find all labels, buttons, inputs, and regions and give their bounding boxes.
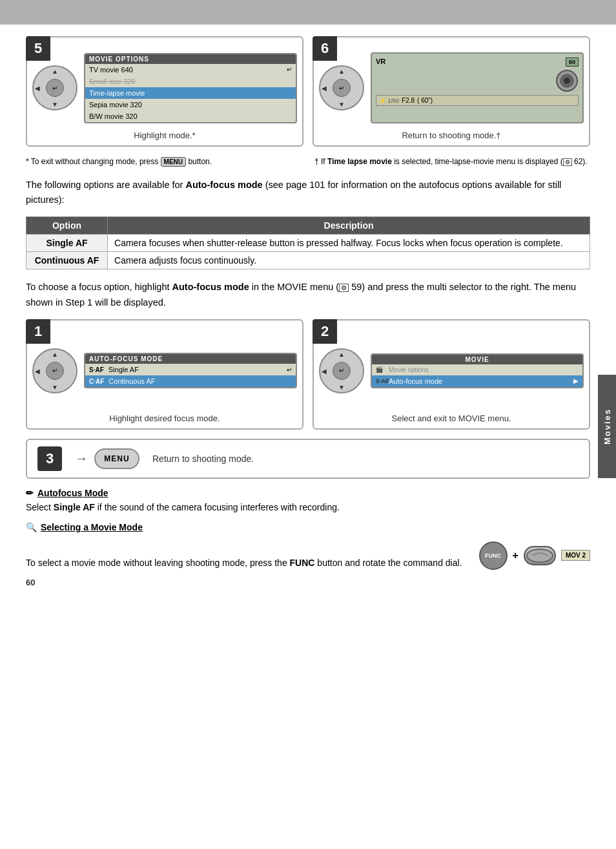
dpad-down-step5: ▼ [52,101,58,108]
note-autofocus-title: ✏ Autofocus Mode [26,488,590,498]
movie-options-menu: MOVIE OPTIONS TV movie 640 ↵ Small size … [84,53,297,123]
movie-options-icon: 🎬 [376,366,389,373]
step-3-box: 3 → MENU Return to shooting mode. [26,439,590,479]
step-1-number: 1 [26,319,50,344]
footnote-dagger-symbol: † [314,157,321,166]
dpad-up-step5: ▲ [52,68,58,75]
note-autofocus-text: Select Single AF if the sound of the cam… [26,501,590,514]
dpad-circle-step2: ▲ ▼ ◀ ↵ [319,348,364,393]
step3-arrow: → [75,451,88,466]
autofocus-mode-menu: AUTO-FOCUS MODE S·AF Single AF ↵ C·AF Co… [84,353,297,388]
dpad-left-step5: ◀ [35,85,40,92]
dpad-down-step2: ▼ [338,384,345,391]
ref-icon: ⚙ [339,284,349,292]
menu-item-small320-label: Small size 320 [89,78,136,85]
dpad-down-step6: ▼ [338,101,345,108]
dpad-left-step1: ◀ [35,367,40,374]
menu-button-step3: MENU [94,448,139,469]
top-steps-row: 5 ▲ ▼ ◀ ↵ MOVIE OPTIONS TV movie 640 [26,36,590,147]
step-2-box: 2 ▲ ▼ ◀ ↵ MOVIE 🎬 Movie options [313,319,590,430]
menu-item-sepia320-label: Sepia movie 320 [89,101,142,109]
table-cell-continuous-af-desc: Camera adjusts focus continuously. [108,252,590,269]
dpad-up-step1: ▲ [52,351,58,358]
menu-item-bw320-label: B/W movie 320 [89,112,138,120]
step-5-box: 5 ▲ ▼ ◀ ↵ MOVIE OPTIONS TV movie 640 [26,36,303,147]
menu-item-bw320: B/W movie 320 [85,110,296,122]
note-autofocus: ✏ Autofocus Mode Select Single AF if the… [26,488,590,514]
camera-mode-time: ( 60") [417,97,433,104]
saf-label: Single AF [108,366,139,373]
func-button-label: FUNC [485,552,501,559]
menu-item-tv640-label: TV movie 640 [89,66,133,74]
step-5-caption: Highlight mode.* [32,131,297,140]
footnotes-row: * To exit without changing mode, press M… [26,156,590,167]
dpad-inner-step6: ↵ [333,79,351,97]
movie-menu-title: MOVIE [372,355,582,364]
footnote-dagger-text: If Time lapse movie is selected, time-la… [321,157,563,166]
footnote-dagger: † If Time lapse movie is selected, time-… [314,156,590,167]
af-mode-label: Auto-focus mode [389,377,573,385]
footnote-star-button: button. [188,157,212,166]
svg-point-3 [527,549,553,562]
movie-menu: MOVIE 🎬 Movie options S·AF Auto-focus mo… [371,353,584,388]
options-table: Option Description Single AF Camera focu… [26,216,590,269]
note-autofocus-icon: ✏ [26,488,34,498]
side-tab-label: Movies [602,408,612,445]
table-header-option: Option [26,217,108,235]
camera-exposure: ⚡ 1/60 [379,98,399,104]
page-number: 60 [26,578,590,587]
menu-item-caf: C·AF Continuous AF [85,375,296,387]
menu-item-saf: S·AF Single AF ↵ [85,364,296,375]
step-2-content: ▲ ▼ ◀ ↵ MOVIE 🎬 Movie options S·AF Auto-… [319,332,584,410]
dpad-step1: ▲ ▼ ◀ ↵ [32,348,77,393]
note-select-movie-title: 🔍 Selecting a Movie Mode [26,522,590,532]
dpad-up-step6: ▲ [338,68,345,75]
note-select-movie-content: To select a movie mode without leaving s… [26,535,590,570]
dpad-circle-step1: ▲ ▼ ◀ ↵ [32,348,77,393]
plus-sign: + [513,550,518,561]
step-5-number: 5 [26,36,50,61]
intro-paragraph: The following options are available for … [26,178,590,207]
page: Movies 5 ▲ ▼ ◀ ↵ MOVIE OPTIONS [0,0,616,849]
menu-item-sepia320: Sepia movie 320 [85,99,296,110]
step-6-content: ▲ ▼ ◀ ↵ VR 60 [319,49,584,127]
step-6-box: 6 ▲ ▼ ◀ ↵ VR 60 [313,36,590,147]
svg-point-2 [564,78,570,84]
dpad-up-step2: ▲ [338,351,345,358]
footnote-star-symbol: * [26,157,31,166]
dial-svg [526,548,554,563]
step-2-caption: Select and exit to MOVIE menu. [319,414,584,423]
menu-item-small320: Small size 320 [85,76,296,87]
choose-paragraph: To choose a focus option, highlight Auto… [26,280,590,309]
note-select-movie-icon: 🔍 [26,522,37,532]
step-1-box: 1 ▲ ▼ ◀ ↵ AUTO-FOCUS MODE S·AF Single AF [26,319,303,430]
footnote-star-text: To exit without changing mode, press [31,157,161,166]
command-dial [524,546,556,565]
dpad-inner-step1: ↵ [46,362,64,380]
menu-item-timelapse-label: Time-lapse movie [89,89,145,97]
step-3-caption: Return to shooting mode. [152,454,254,464]
footnote-icon: ⚙ [563,158,572,166]
battery-display: 60 [566,58,579,67]
note-select-movie-heading: Selecting a Movie Mode [41,522,143,532]
step-2-number: 2 [313,319,337,344]
movie-menu-item-af: S·AF Auto-focus mode ▶ [372,375,582,387]
camera-screen-step6: VR 60 ⚡ 1/60 F2.8 ( 60") [371,52,584,123]
side-tab: Movies [598,375,616,478]
func-button: FUNC [479,541,508,570]
autofocus-mode-title: AUTO-FOCUS MODE [85,354,296,364]
table-cell-single-af-desc: Camera focuses when shutter-release butt… [108,235,590,252]
step-1-caption: Highlight desired focus mode. [32,414,297,423]
caf-label: Continuous AF [108,377,155,385]
step-3-number: 3 [37,446,62,471]
menu-button-label: MENU [104,454,129,463]
top-bar [0,0,616,25]
dpad-left-step2: ◀ [322,367,327,374]
movie-menu-item-options: 🎬 Movie options [372,364,582,375]
lens-icon [555,69,579,92]
bottom-steps-row: 1 ▲ ▼ ◀ ↵ AUTO-FOCUS MODE S·AF Single AF [26,319,590,430]
vr-label: VR [376,58,385,67]
dpad-step5: ▲ ▼ ◀ ↵ [32,65,77,110]
dpad-step6: ▲ ▼ ◀ ↵ [319,65,364,110]
dpad-left-step6: ◀ [322,85,327,92]
